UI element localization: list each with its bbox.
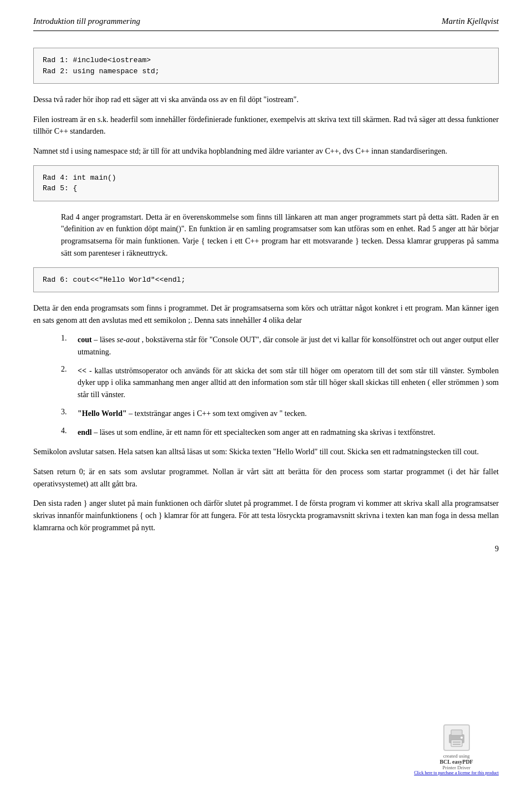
svg-rect-2 — [451, 740, 462, 747]
code-line-2: Rad 2: using namespace std; — [43, 66, 489, 77]
watermark-icon — [443, 724, 470, 751]
list-item-3: 3. "Hello World" – textsträngar anges i … — [61, 408, 499, 420]
header-author: Martin Kjellqvist — [442, 17, 499, 26]
svg-rect-4 — [453, 744, 461, 745]
list-italic-1: se-aout — [117, 336, 140, 344]
watermark: created using BCL easyPDF Printer Driver… — [414, 724, 499, 775]
header-title: Introduktion till programmering — [33, 17, 140, 26]
page-number: 9 — [33, 545, 499, 554]
printer-icon — [447, 728, 467, 748]
paragraph-1: Dessa två rader hör ihop rad ett säger a… — [33, 94, 499, 106]
numbered-list: 1. cout – läses se-aout , bokstäverna st… — [61, 334, 499, 438]
list-item-1: 1. cout – läses se-aout , bokstäverna st… — [61, 334, 499, 358]
paragraph-2: Filen iostream är en s.k. headerfil som … — [33, 114, 499, 138]
watermark-line2: BCL easyPDF — [439, 759, 473, 765]
code-block-1: Rad 1: #include<iostream> Rad 2: using n… — [33, 48, 499, 84]
list-rest-3: – textsträngar anges i C++ som text omgi… — [129, 409, 306, 418]
list-content-1: cout – läses se-aout , bokstäverna står … — [78, 334, 499, 358]
list-num-4: 4. — [61, 427, 78, 439]
list-num-3: 3. — [61, 408, 78, 420]
svg-point-5 — [461, 737, 463, 739]
list-content-3: "Hello World" – textsträngar anges i C++… — [78, 408, 499, 420]
svg-rect-3 — [453, 742, 461, 743]
list-bold-4: endl — [78, 428, 92, 436]
page: Introduktion till programmering Martin K… — [0, 0, 532, 792]
list-bold-1: cout — [78, 336, 92, 344]
code-block-2: Rad 4: int main() Rad 5: { — [33, 165, 499, 201]
svg-rect-1 — [451, 730, 462, 735]
code-block-3: Rad 6: cout<<"Hello World"<<endl; — [33, 267, 499, 293]
list-sep-1: – läses — [94, 336, 117, 344]
code-line-5: Rad 6: cout<<"Hello World"<<endl; — [43, 275, 489, 286]
list-bold-2: << — [78, 367, 86, 375]
list-num-1: 1. — [61, 334, 78, 358]
watermark-line3: Printer Driver — [442, 765, 470, 770]
code-line-4: Rad 5: { — [43, 183, 489, 194]
list-bold-3: "Hello World" — [78, 409, 127, 418]
paragraph-8: Den sista raden } anger slutet på main f… — [33, 497, 499, 534]
list-item-4: 4. endl – läses ut som endline, är ett n… — [61, 427, 499, 439]
list-content-2: << - kallas utströmsoperator och används… — [78, 365, 499, 401]
list-content-4: endl – läses ut som endline, är ett namn… — [78, 427, 499, 439]
watermark-link[interactable]: Click here to purchase a license for thi… — [414, 770, 499, 775]
code-line-3: Rad 4: int main() — [43, 172, 489, 184]
paragraph-5: Detta är den enda programsats som finns … — [33, 302, 499, 326]
paragraph-3: Namnet std i using namespace std; är til… — [33, 145, 499, 158]
paragraph-7: Satsen return 0; är en sats som avslutar… — [33, 466, 499, 490]
paragraph-4: Rad 4 anger programstart. Detta är en öv… — [61, 211, 499, 260]
paragraph-6: Semikolon avslutar satsen. Hela satsen k… — [33, 446, 499, 458]
list-rest-4: – läses ut som endline, är ett namn för … — [94, 428, 435, 436]
watermark-line1: created using — [443, 753, 470, 759]
list-rest-1: , bokstäverna står för "Console OUT", dä… — [78, 336, 499, 356]
code-line-1: Rad 1: #include<iostream> — [43, 55, 489, 66]
list-item-2: 2. << - kallas utströmsoperator och anvä… — [61, 365, 499, 401]
page-header: Introduktion till programmering Martin K… — [33, 17, 499, 31]
list-rest-2: - kallas utströmsoperator och används fö… — [78, 367, 499, 399]
list-num-2: 2. — [61, 365, 78, 401]
